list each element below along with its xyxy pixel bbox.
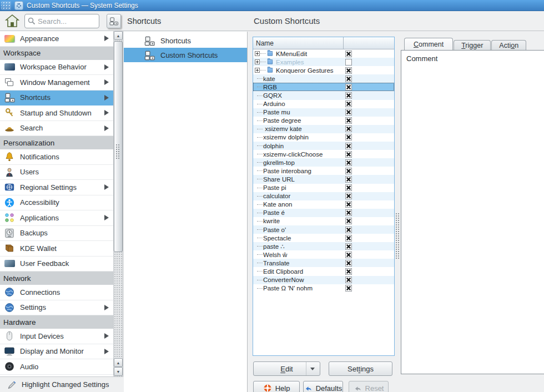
checkbox-checked-icon[interactable]: [345, 51, 352, 57]
checkbox-checked-icon[interactable]: [345, 176, 352, 183]
tree-row[interactable]: gkrellm-top: [253, 158, 394, 167]
sidebar-item-display-and-monitor[interactable]: Display and Monitor: [0, 344, 113, 360]
checkbox-checked-icon[interactable]: [345, 159, 352, 166]
checkbox-checked-icon[interactable]: [345, 109, 352, 115]
checkbox-checked-icon[interactable]: [345, 92, 352, 99]
search-input[interactable]: [38, 17, 93, 26]
comment-textarea[interactable]: Comment: [401, 50, 544, 374]
tree-row[interactable]: Paste é: [253, 209, 394, 217]
expander-plus-icon[interactable]: [255, 59, 260, 66]
checkbox-checked-icon[interactable]: [345, 277, 352, 283]
column-header-enabled[interactable]: [344, 37, 394, 49]
checkbox-checked-icon[interactable]: [345, 235, 352, 242]
tree-row[interactable]: paste ∴: [253, 242, 394, 250]
tree-row[interactable]: Share URL: [253, 175, 394, 183]
checkbox-checked-icon[interactable]: [345, 184, 352, 191]
checkbox-checked-icon[interactable]: [345, 125, 352, 132]
checkbox-checked-icon[interactable]: [345, 209, 352, 216]
sidebar-item-workspace-behavior[interactable]: Workspace Behavior: [0, 60, 113, 76]
tree-row[interactable]: Paste degree: [253, 117, 394, 125]
sidebar-item-window-management[interactable]: Window Management: [0, 75, 113, 91]
tree-row[interactable]: Paste o': [253, 225, 394, 234]
sidebar-item-kde-wallet[interactable]: KDE Wallet: [0, 241, 113, 257]
sidebar-item-input-devices[interactable]: Input Devices: [0, 329, 113, 344]
checkbox-checked-icon[interactable]: [345, 84, 352, 91]
tree-row[interactable]: xsizemv-clickChoose: [253, 150, 394, 158]
sidebar-item-users[interactable]: Users: [0, 165, 113, 180]
checkbox-checked-icon[interactable]: [345, 117, 352, 124]
sidebar-item-appearance[interactable]: Appearance: [0, 31, 113, 47]
edit-button[interactable]: Edit: [253, 361, 320, 376]
checkbox-checked-icon[interactable]: [345, 168, 352, 174]
sidebar-item-audio[interactable]: Audio: [0, 359, 113, 375]
home-button[interactable]: [4, 14, 20, 28]
highlight-changed-settings[interactable]: Highlight Changed Settings: [0, 376, 123, 392]
checkbox-unchecked-icon[interactable]: [345, 59, 352, 66]
scroll-up-button[interactable]: ▲: [114, 31, 123, 40]
help-button[interactable]: Help: [253, 381, 300, 392]
defaults-button[interactable]: Defaults: [303, 381, 343, 392]
column-header-name[interactable]: Name: [253, 37, 344, 49]
tree-row[interactable]: Paste mu: [253, 108, 394, 117]
sidebar-scrollbar[interactable]: ▲ ▲ ▼: [113, 31, 123, 376]
checkbox-checked-icon[interactable]: [345, 285, 352, 292]
tree-row[interactable]: Spectacle: [253, 234, 394, 242]
reset-button[interactable]: Reset: [349, 381, 389, 392]
sidebar-item-startup-and-shutdown[interactable]: Startup and Shutdown: [0, 105, 113, 121]
checkbox-checked-icon[interactable]: [345, 67, 352, 74]
sidebar-item-settings[interactable]: Settings: [0, 300, 113, 316]
checkbox-checked-icon[interactable]: [345, 134, 352, 140]
tree-row[interactable]: Arduino: [253, 100, 394, 108]
sidebar-item-backups[interactable]: Backups: [0, 226, 113, 242]
sidebar-item-search[interactable]: Search: [0, 121, 113, 137]
tab-trigger[interactable]: Trigger: [454, 40, 491, 51]
checkbox-checked-icon[interactable]: [345, 193, 352, 199]
tree-row[interactable]: Paste interobang: [253, 167, 394, 175]
checkbox-checked-icon[interactable]: [345, 260, 352, 267]
settings-button[interactable]: Settings: [329, 361, 392, 376]
scroll-down-button[interactable]: ▼: [114, 367, 123, 376]
checkbox-checked-icon[interactable]: [345, 252, 352, 258]
sidebar-item-shortcuts[interactable]: Shortcuts: [0, 91, 113, 106]
sidebar-item-accessibility[interactable]: Accessibility: [0, 195, 113, 211]
sidebar-item-applications[interactable]: Applications: [0, 210, 113, 226]
panel-splitter-handle[interactable]: [395, 213, 400, 259]
tree-row[interactable]: Translate: [253, 259, 394, 267]
sidebar-item-notifications[interactable]: Notifications: [0, 149, 113, 165]
checkbox-checked-icon[interactable]: [345, 76, 352, 82]
checkbox-checked-icon[interactable]: [345, 201, 352, 208]
checkbox-checked-icon[interactable]: [345, 243, 352, 250]
tree-row[interactable]: kwrite: [253, 217, 394, 225]
tree-row[interactable]: Welsh ŵ: [253, 250, 394, 259]
module-item-shortcuts[interactable]: Shortcuts: [124, 33, 247, 48]
sidebar-item-user-feedback[interactable]: User Feedback: [0, 257, 113, 272]
shortcuts-module-icon[interactable]: [107, 14, 121, 28]
tab-action[interactable]: Action: [491, 40, 526, 51]
expander-plus-icon[interactable]: [255, 51, 260, 57]
tree-row[interactable]: Edit Clipboard: [253, 267, 394, 275]
tree-row[interactable]: kate: [253, 74, 394, 83]
tree-group-row[interactable]: KMenuEdit: [253, 49, 394, 58]
tree-row[interactable]: GQRX: [253, 91, 394, 99]
tree-row[interactable]: xsizemv dolphin: [253, 133, 394, 142]
checkbox-checked-icon[interactable]: [345, 151, 352, 158]
tree-row[interactable]: xsizemv kate: [253, 125, 394, 133]
scroll-up-button-bottom[interactable]: ▲: [114, 358, 123, 367]
tree-row[interactable]: calculator: [253, 192, 394, 200]
checkbox-checked-icon[interactable]: [345, 218, 352, 224]
tree-row[interactable]: Paste Ω 'N' nohm: [253, 284, 394, 293]
module-item-custom-shortcuts[interactable]: Custom Shortcuts: [124, 48, 247, 62]
tree-row[interactable]: ConverterNow: [253, 276, 394, 284]
sidebar-item-connections[interactable]: Connections: [0, 285, 113, 300]
tree-row[interactable]: Paste pi: [253, 184, 394, 192]
tree-row[interactable]: dolphin: [253, 142, 394, 150]
checkbox-checked-icon[interactable]: [345, 143, 352, 149]
tree-group-row[interactable]: Konqueror Gestures: [253, 66, 394, 74]
tree-row[interactable]: Kate anon: [253, 200, 394, 209]
sidebar-splitter-handle[interactable]: [115, 144, 120, 159]
checkbox-checked-icon[interactable]: [345, 268, 352, 275]
expander-plus-icon[interactable]: [255, 67, 260, 74]
checkbox-checked-icon[interactable]: [345, 100, 352, 107]
sidebar-item-regional-settings[interactable]: Regional Settings: [0, 180, 113, 195]
tree-group-row[interactable]: Examples: [253, 58, 394, 66]
